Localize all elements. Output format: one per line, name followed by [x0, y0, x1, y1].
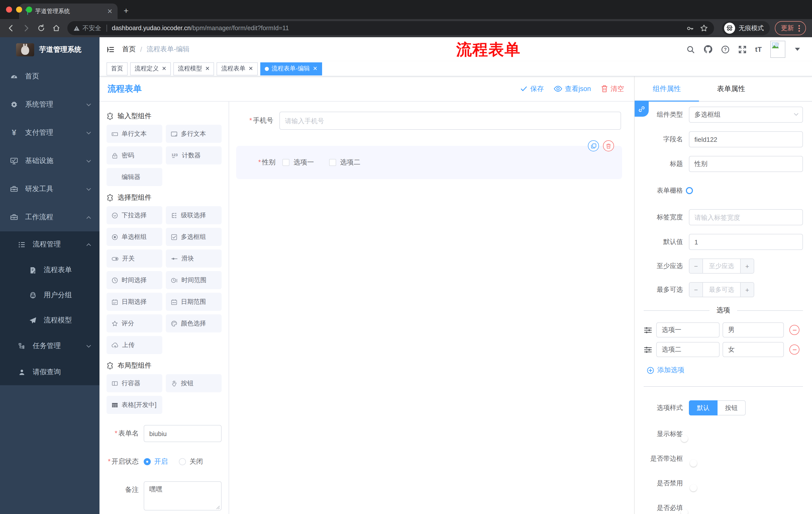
bookmark-star-icon[interactable] [700, 24, 708, 32]
palette-item-upload[interactable]: 上传 [107, 336, 162, 354]
option-2-value-input[interactable] [723, 342, 784, 357]
minimize-window-button[interactable] [16, 6, 22, 12]
search-icon[interactable] [686, 45, 695, 54]
clear-button[interactable]: 清空 [601, 84, 624, 93]
resize-grip-icon[interactable] [216, 506, 220, 510]
github-icon[interactable] [703, 45, 713, 54]
max-select-input[interactable] [703, 283, 740, 297]
app-logo[interactable]: 芋道管理系统 [0, 37, 99, 62]
palette-item-slider[interactable]: 滑块 [166, 249, 222, 268]
checkbox-icon[interactable] [283, 159, 290, 166]
tab-form-props[interactable]: 表单属性 [699, 77, 763, 101]
tag-close-icon[interactable]: ✕ [162, 65, 166, 72]
gender-option-2[interactable]: 选项二 [329, 158, 360, 167]
add-option-button[interactable]: 添加选项 [647, 366, 803, 375]
back-button[interactable] [4, 21, 18, 35]
gender-field-block-selected[interactable]: *性别 选项一 选项二 [236, 146, 622, 179]
status-radio-open[interactable]: 开启 [144, 457, 168, 466]
tag-close-icon[interactable]: ✕ [249, 65, 253, 72]
palette-item-counter[interactable]: 123 计数器 [166, 146, 222, 164]
stepper-minus-button[interactable]: − [689, 283, 703, 297]
password-key-icon[interactable] [686, 24, 694, 32]
palette-item-color-picker[interactable]: 颜色选择 [166, 314, 222, 332]
tag-process-definition[interactable]: 流程定义 ✕ [130, 62, 171, 75]
palette-item-password[interactable]: 密码 [107, 146, 162, 164]
option-1-label-input[interactable] [656, 322, 720, 337]
checkbox-icon[interactable] [329, 159, 336, 166]
gender-option-1[interactable]: 选项一 [283, 158, 314, 167]
help-icon[interactable]: ? [721, 45, 730, 54]
address-bar[interactable]: 不安全 dashboard.yudao.iocoder.cn /bpm/mana… [67, 21, 714, 35]
palette-item-rate[interactable]: 评分 [107, 314, 162, 332]
sidebar-item-process-management[interactable]: 流程管理 [0, 231, 99, 258]
phone-field-row[interactable]: *手机号 [234, 112, 628, 130]
palette-item-date-range[interactable]: 日期范围 [166, 293, 222, 311]
close-window-button[interactable] [6, 6, 12, 12]
default-value-input[interactable] [689, 234, 803, 250]
status-radio-closed[interactable]: 关闭 [179, 457, 203, 466]
forward-button[interactable] [19, 21, 33, 35]
palette-item-time-picker[interactable]: 时间选择 [107, 271, 162, 289]
palette-item-radio-group[interactable]: 单选框组 [107, 228, 162, 246]
sidebar-item-process-model[interactable]: 流程模型 [0, 308, 99, 333]
remove-option-button[interactable] [789, 325, 800, 335]
style-default-button[interactable]: 默认 [689, 400, 718, 415]
stepper-minus-button[interactable]: − [689, 259, 703, 273]
sidebar-toggle-icon[interactable] [107, 45, 115, 54]
palette-item-switch[interactable]: 开关 [107, 249, 162, 268]
home-button[interactable] [49, 21, 63, 35]
tab-component-props[interactable]: 组件属性 [635, 77, 699, 101]
window-controls[interactable] [6, 6, 32, 12]
delete-component-button[interactable] [603, 140, 614, 152]
reload-button[interactable] [34, 21, 48, 35]
style-button-button[interactable]: 按钮 [718, 400, 746, 415]
palette-item-row-container[interactable]: 行容器 [107, 374, 162, 392]
form-name-input[interactable] [144, 425, 222, 442]
avatar-caret-icon[interactable] [795, 48, 800, 51]
tag-home[interactable]: 首页 [107, 62, 127, 75]
sidebar-item-leave-query[interactable]: 请假查询 [0, 359, 99, 385]
browser-tab[interactable]: 芋道管理系统 ✕ [19, 3, 118, 19]
new-tab-button[interactable]: + [124, 6, 128, 16]
tag-process-form[interactable]: 流程表单 ✕ [217, 62, 258, 75]
component-type-select[interactable] [689, 107, 803, 123]
view-json-button[interactable]: 查看json [554, 84, 591, 93]
palette-item-table[interactable]: 表格[开发中] [107, 396, 162, 414]
min-select-input[interactable] [703, 259, 740, 273]
tag-close-icon[interactable]: ✕ [313, 65, 317, 72]
avatar[interactable] [770, 41, 785, 58]
form-remark-textarea[interactable]: 嘿嘿 [144, 481, 222, 511]
sidebar-item-infrastructure[interactable]: 基础设施 [0, 147, 99, 175]
tag-close-icon[interactable]: ✕ [205, 65, 209, 72]
label-width-input[interactable] [689, 209, 803, 225]
security-warning[interactable]: 不安全 [74, 24, 101, 32]
sidebar-item-user-groups[interactable]: 用户分组 [0, 283, 99, 308]
sidebar-item-system[interactable]: 系统管理 [0, 90, 99, 119]
browser-menu-icon[interactable] [799, 25, 800, 31]
option-2-label-input[interactable] [656, 342, 720, 357]
palette-item-button[interactable]: 按钮 [166, 374, 222, 392]
fullscreen-icon[interactable] [738, 45, 747, 54]
sidebar-item-home[interactable]: 首页 [0, 62, 99, 90]
palette-item-multi-text[interactable]: 多行文本 [166, 125, 222, 143]
tag-process-model[interactable]: 流程模型 ✕ [173, 62, 214, 75]
palette-item-time-range[interactable]: 时间范围 [166, 271, 222, 289]
breadcrumb-home[interactable]: 首页 [122, 45, 136, 54]
font-size-icon[interactable]: tT [755, 45, 762, 53]
palette-item-cascader[interactable]: 级联选择 [166, 206, 222, 224]
sidebar-item-task-management[interactable]: 任务管理 [0, 333, 99, 359]
sidebar-item-payment[interactable]: ¥ 支付管理 [0, 119, 99, 147]
palette-item-date-picker[interactable]: 日期选择 [107, 293, 162, 311]
drag-handle-icon[interactable] [644, 346, 652, 353]
link-anchor-button[interactable] [635, 102, 649, 117]
drag-handle-icon[interactable] [644, 326, 652, 334]
sidebar-item-devtools[interactable]: 研发工具 [0, 175, 99, 203]
sidebar-item-process-form[interactable]: 流程表单 [0, 258, 99, 283]
browser-update-button[interactable]: 更新 [775, 21, 806, 35]
palette-item-checkbox-group[interactable]: 多选框组 [166, 228, 222, 246]
save-button[interactable]: 保存 [520, 84, 544, 93]
tab-close-icon[interactable]: ✕ [107, 8, 113, 15]
palette-item-editor[interactable]: 编辑器 [107, 168, 162, 186]
stepper-plus-button[interactable]: + [740, 283, 754, 297]
palette-item-single-text[interactable]: 单行文本 [107, 125, 162, 143]
